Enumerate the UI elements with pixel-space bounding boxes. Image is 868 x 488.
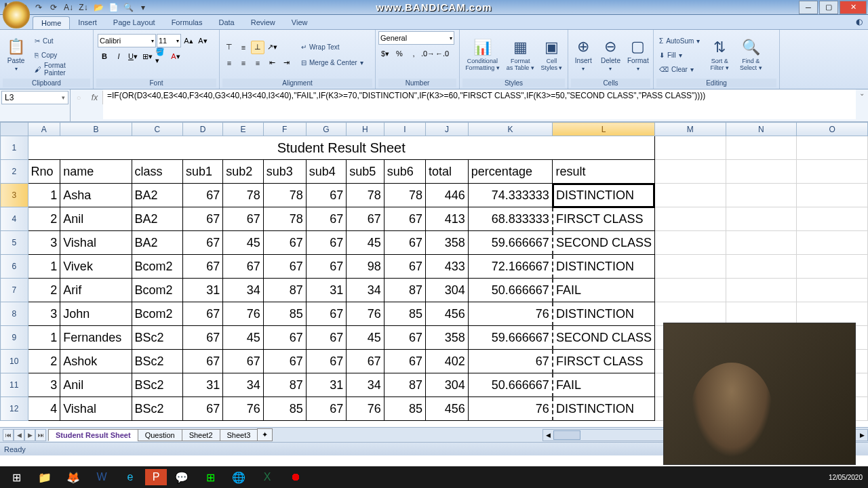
sort-filter-button[interactable]: ⇅Sort &Filter ▾	[705, 34, 734, 76]
cell[interactable]: 34	[223, 373, 263, 397]
column-header[interactable]: O	[797, 123, 868, 136]
expand-formula-bar-icon[interactable]: ⌄	[856, 89, 868, 97]
cell[interactable]: 76	[223, 397, 263, 421]
start-button[interactable]: ⊞	[3, 468, 30, 487]
tab-formulas[interactable]: Formulas	[163, 16, 211, 29]
cell[interactable]: 304	[425, 279, 468, 302]
taskbar-clock[interactable]: 12/05/2020	[829, 474, 865, 481]
row-header[interactable]: 7	[1, 279, 28, 302]
align-top-icon[interactable]: ⊤	[222, 41, 236, 54]
wrap-text-button[interactable]: ↵ Wrap Text	[298, 41, 366, 54]
comma-icon[interactable]: ,	[407, 47, 420, 60]
close-button[interactable]: ✕	[840, 1, 867, 14]
column-header[interactable]: B	[60, 123, 132, 136]
cell[interactable]: 67	[384, 231, 425, 255]
cell[interactable]: 67	[468, 350, 553, 373]
cell[interactable]: BA2	[132, 184, 182, 207]
grow-font-icon[interactable]: A▴	[182, 34, 195, 47]
cell[interactable]	[797, 136, 868, 160]
cell[interactable]: name	[60, 160, 132, 184]
copy-button[interactable]: ⎘ Copy	[32, 48, 90, 62]
cell[interactable]: 1	[28, 255, 60, 279]
print-preview-icon[interactable]: 🔍	[122, 1, 134, 14]
whatsapp-icon[interactable]: 💬	[168, 468, 195, 487]
column-header[interactable]: K	[468, 123, 553, 136]
row-header[interactable]: 4	[1, 207, 28, 231]
row-header[interactable]: 5	[1, 231, 28, 255]
cell[interactable]: 85	[384, 302, 425, 326]
cell[interactable]: Vivek	[60, 255, 132, 279]
shrink-font-icon[interactable]: A▾	[196, 34, 210, 47]
sheet-last-icon[interactable]: ⏭	[35, 429, 46, 441]
cell[interactable]	[654, 136, 726, 160]
cell[interactable]: 67	[306, 326, 346, 350]
cell[interactable]: sub2	[223, 160, 263, 184]
cell[interactable]: 76	[347, 302, 384, 326]
cut-button[interactable]: ✂ Cut	[32, 34, 90, 47]
cell[interactable]: 67	[223, 207, 263, 231]
cell[interactable]: 78	[384, 184, 425, 207]
cell[interactable]	[797, 279, 868, 302]
cell[interactable]: 67	[306, 207, 346, 231]
cell[interactable]: 67	[384, 350, 425, 373]
powerpoint-icon[interactable]: P	[145, 469, 167, 485]
sheet-tab[interactable]: Sheet2	[182, 429, 220, 441]
cell[interactable]: percentage	[468, 160, 553, 184]
sheet-prev-icon[interactable]: ◀	[14, 429, 24, 441]
row-header[interactable]: 11	[1, 373, 28, 397]
cell[interactable]: 50.666667	[468, 373, 553, 397]
cell[interactable]: 76	[468, 302, 553, 326]
cell[interactable]: 67	[263, 350, 306, 373]
office-button[interactable]	[3, 1, 30, 28]
conditional-formatting-button[interactable]: 📊ConditionalFormatting ▾	[462, 34, 502, 76]
font-size-dropdown[interactable]: 11▾	[157, 34, 181, 47]
sheet-next-icon[interactable]: ▶	[24, 429, 35, 441]
percent-icon[interactable]: %	[393, 47, 406, 60]
cell[interactable]: Anil	[60, 373, 132, 397]
cell[interactable]: 34	[347, 279, 384, 302]
cell-styles-button[interactable]: ▣CellStyles ▾	[538, 34, 565, 76]
currency-icon[interactable]: $▾	[378, 47, 392, 60]
paste-button[interactable]: 📋Paste▾	[3, 34, 29, 76]
cell[interactable]: SECOND CLASS	[553, 326, 655, 350]
cell[interactable]: 2	[28, 207, 60, 231]
cell[interactable]: 76	[223, 302, 263, 326]
cell[interactable]: 67	[384, 207, 425, 231]
maximize-button[interactable]: ▢	[819, 1, 838, 14]
cell[interactable]: 67	[223, 350, 263, 373]
cell[interactable]: 67	[306, 397, 346, 421]
cell[interactable]: BA2	[132, 231, 182, 255]
find-select-button[interactable]: 🔍Find &Select ▾	[736, 34, 765, 76]
cell[interactable]: 3	[28, 231, 60, 255]
tab-page-layout[interactable]: Page Layout	[105, 16, 163, 29]
cell[interactable]: 67	[263, 231, 306, 255]
cell[interactable]: 72.166667	[468, 255, 553, 279]
underline-button[interactable]: U▾	[126, 49, 140, 63]
merge-center-button[interactable]: ⊟ Merge & Center ▾	[298, 56, 366, 70]
clear-button[interactable]: ⌫ Clear ▾	[656, 62, 703, 76]
cell[interactable]: 67	[183, 302, 223, 326]
cell[interactable]	[797, 184, 868, 207]
cell[interactable]	[654, 207, 726, 231]
cell[interactable]: 67	[183, 184, 223, 207]
format-painter-button[interactable]: 🖌 Format Painter	[32, 62, 90, 76]
cell[interactable]: 31	[183, 373, 223, 397]
cell[interactable]: 68.833333	[468, 207, 553, 231]
cell[interactable]: 45	[223, 326, 263, 350]
tab-data[interactable]: Data	[210, 16, 242, 29]
cell[interactable]	[797, 231, 868, 255]
cell[interactable]: Bcom2	[132, 255, 182, 279]
cell[interactable]: 67	[183, 231, 223, 255]
cell[interactable]: sub3	[263, 160, 306, 184]
cell[interactable]: 456	[425, 397, 468, 421]
excel-icon[interactable]: X	[254, 468, 281, 487]
italic-button[interactable]: I	[112, 49, 125, 63]
cell[interactable]: BSc2	[132, 326, 182, 350]
file-explorer-icon[interactable]: 📁	[31, 468, 58, 487]
cell[interactable]: DISTINCTION	[553, 397, 655, 421]
store-icon[interactable]: ⊞	[197, 468, 224, 487]
tab-view[interactable]: View	[283, 16, 316, 29]
fx-icon[interactable]: fx	[87, 91, 103, 104]
formula-input[interactable]: =IF(OR(D3<40,E3<40,F3<40,G3<40,H3<40,I3<…	[103, 89, 856, 119]
name-box[interactable]: L3▾	[1, 91, 68, 104]
